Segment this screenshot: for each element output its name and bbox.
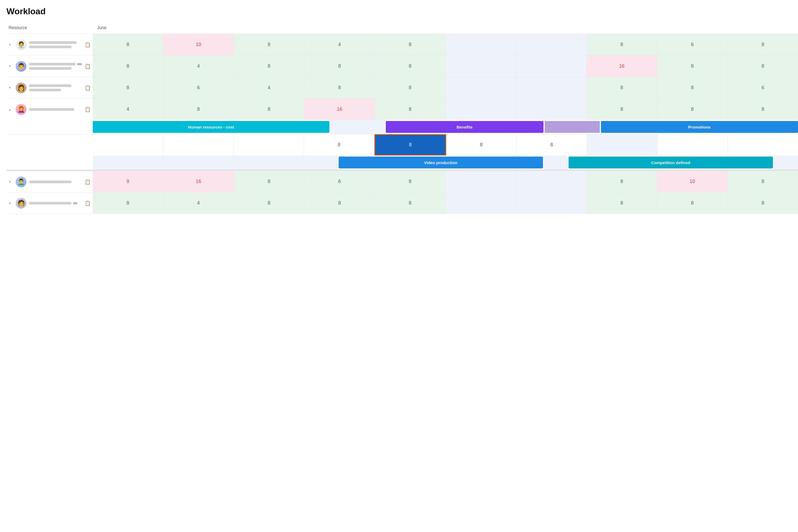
day-cell[interactable]: 6 — [163, 77, 234, 98]
day-cell[interactable]: 8 — [375, 99, 446, 120]
day-cell-selected[interactable]: 8 — [374, 134, 446, 155]
day-cell[interactable]: 8 — [234, 99, 304, 120]
day-cell-weekend — [516, 56, 587, 77]
day-cell-weekend — [516, 192, 587, 213]
banner-spacer — [6, 120, 93, 134]
sub-task-grid-row: 8 8 8 8 — [93, 134, 798, 155]
calendar-icon[interactable]: 📋 — [85, 42, 91, 48]
expanded-resource-section: ▲ 👩‍🦰 📋 — [6, 98, 93, 170]
day-cell[interactable]: 8 — [728, 99, 798, 120]
day-cell[interactable]: 4 — [234, 77, 304, 98]
day-cell[interactable]: 8 — [728, 56, 798, 77]
day-cell-weekend — [446, 56, 516, 77]
day-cell[interactable]: 8 — [375, 56, 446, 77]
day-cell[interactable]: 4 — [163, 56, 234, 77]
day-cell[interactable]: 4 — [163, 192, 234, 213]
chevron-down-icon[interactable]: ▼ — [8, 180, 13, 183]
day-cell-weekend — [446, 77, 516, 98]
day-cell[interactable]: 8 — [304, 56, 375, 77]
day-cell-weekend — [446, 99, 516, 120]
resource-column-header: Resource — [6, 22, 93, 34]
name-tag — [77, 63, 82, 65]
calendar-icon[interactable]: 📋 — [85, 107, 91, 112]
day-cell[interactable]: 8 — [234, 171, 304, 192]
day-cell[interactable]: 8 — [587, 99, 657, 120]
resource-rows-bottom: ▼ 👨‍🦱 📋 ▼ 🧑 📋 — [6, 171, 93, 214]
day-cell[interactable]: 8 — [728, 192, 798, 213]
day-cell[interactable]: 8 — [375, 192, 446, 213]
day-cell-empty — [728, 134, 798, 155]
day-cell[interactable]: 8 — [517, 134, 587, 155]
day-cell[interactable]: 8 — [304, 77, 375, 98]
chevron-down-icon[interactable]: ▼ — [8, 86, 13, 89]
day-cell[interactable]: 8 — [93, 192, 163, 213]
name-placeholder — [29, 180, 71, 183]
day-cell[interactable]: 8 — [234, 34, 304, 55]
avatar: 👩 — [16, 82, 26, 93]
day-cell[interactable]: 10 — [657, 171, 728, 192]
day-cell[interactable]: 8 — [587, 34, 657, 55]
day-cell[interactable]: 4 — [93, 99, 163, 120]
resource-name-block — [29, 108, 82, 111]
grid-column: June 8 10 8 4 8 8 6 8 8 — [93, 22, 798, 214]
name-tag — [73, 202, 77, 204]
day-cell[interactable]: 8 — [375, 171, 446, 192]
day-cell[interactable]: 8 — [446, 134, 517, 155]
day-cell[interactable]: 8 — [587, 192, 657, 213]
day-cell[interactable]: 8 — [163, 99, 234, 120]
calendar-icon[interactable]: 📋 — [85, 179, 91, 185]
name-placeholder — [29, 45, 71, 48]
day-cell-weekend — [446, 34, 516, 55]
day-cell[interactable]: 8 — [587, 77, 657, 98]
resource-row: ▼ 👨 📋 — [6, 55, 93, 77]
day-cell[interactable]: 8 — [657, 56, 728, 77]
month-header: June — [93, 22, 798, 34]
day-cell[interactable]: 6 — [728, 77, 798, 98]
banner-segment-benefits[interactable]: Benefits — [386, 121, 543, 133]
chevron-down-icon[interactable]: ▼ — [8, 65, 13, 68]
day-cell[interactable]: 16 — [163, 171, 234, 192]
day-cell[interactable]: 4 — [304, 34, 375, 55]
day-cell[interactable]: 8 — [304, 134, 374, 155]
calendar-icon[interactable]: 📋 — [85, 200, 91, 206]
day-cell-empty — [234, 134, 304, 155]
day-cell-empty — [93, 134, 163, 155]
day-cell[interactable]: 8 — [93, 34, 163, 55]
day-cell[interactable]: 8 — [234, 192, 304, 213]
day-cell[interactable]: 8 — [728, 171, 798, 192]
day-cell[interactable]: 16 — [587, 56, 657, 77]
day-cell[interactable]: 6 — [657, 34, 728, 55]
resource-name-block — [29, 180, 82, 183]
day-cell[interactable]: 8 — [587, 171, 657, 192]
day-cell-weekend — [587, 134, 657, 155]
calendar-icon[interactable]: 📋 — [85, 85, 91, 91]
day-cell[interactable]: 8 — [234, 56, 304, 77]
banner2-gap — [543, 155, 568, 170]
chevron-down-icon[interactable]: ▼ — [8, 43, 13, 46]
banner-segment-promotions[interactable]: Promotions — [601, 121, 798, 133]
chevron-down-icon[interactable]: ▼ — [8, 202, 13, 205]
day-cell[interactable]: 8 — [657, 77, 728, 98]
banner-segment-competition[interactable]: Competition defined — [569, 157, 773, 168]
banner-benefits-end — [544, 121, 600, 133]
day-cell[interactable]: 9 — [93, 171, 163, 192]
day-cell-weekend — [516, 77, 587, 98]
name-placeholder — [29, 41, 77, 44]
chevron-up-icon[interactable]: ▲ — [8, 108, 13, 111]
day-cell[interactable]: 8 — [304, 192, 375, 213]
day-cell[interactable]: 16 — [304, 99, 375, 120]
day-cell[interactable]: 6 — [304, 171, 375, 192]
banner-row-2: Video production Competition defined — [93, 155, 798, 170]
resource-row: ▼ 🧑 📋 — [6, 192, 93, 214]
day-cell[interactable]: 10 — [163, 34, 234, 55]
day-cell[interactable]: 8 — [657, 192, 728, 213]
day-cell[interactable]: 8 — [728, 34, 798, 55]
day-cell[interactable]: 8 — [375, 77, 446, 98]
day-cell[interactable]: 8 — [93, 56, 163, 77]
calendar-icon[interactable]: 📋 — [85, 63, 91, 69]
banner-segment-human-resources[interactable]: Human resources - cost — [93, 121, 330, 133]
day-cell[interactable]: 8 — [93, 77, 163, 98]
banner-segment-video-production[interactable]: Video production — [339, 157, 543, 168]
day-cell[interactable]: 8 — [375, 34, 446, 55]
day-cell[interactable]: 8 — [657, 99, 728, 120]
